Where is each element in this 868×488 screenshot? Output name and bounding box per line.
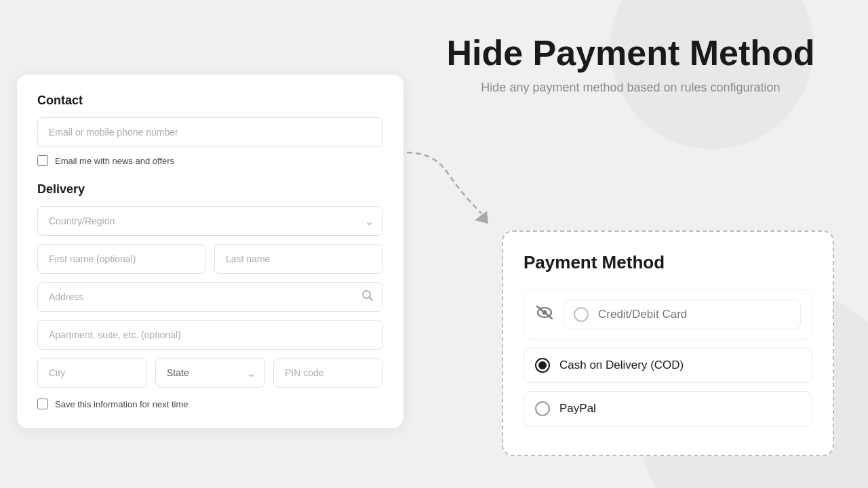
arrow-decoration (393, 146, 502, 234)
save-info-row: Save this information for next time (37, 399, 383, 409)
delivery-section: Delivery Country/Region ⌄ (37, 182, 383, 409)
country-select[interactable]: Country/Region (37, 206, 383, 236)
apartment-input[interactable] (37, 320, 383, 350)
newsletter-checkbox-row: Email me with news and offers (37, 155, 383, 166)
delivery-label: Delivery (37, 182, 383, 197)
payment-label-paypal: PayPal (559, 402, 596, 415)
hide-eye-icon (535, 305, 554, 324)
payment-label-cod: Cash on Delivery (COD) (559, 359, 684, 372)
save-info-checkbox[interactable] (37, 399, 48, 409)
first-name-input[interactable] (37, 244, 206, 274)
address-input[interactable] (37, 282, 383, 312)
last-name-input[interactable] (214, 244, 383, 274)
payment-method-box: Payment Method Credit/Debit Card Cash on… (502, 230, 834, 456)
address-wrapper (37, 282, 383, 312)
email-input[interactable] (37, 117, 383, 147)
page-title: Hide Payment Method (446, 34, 814, 73)
radio-credit[interactable] (574, 307, 589, 322)
newsletter-checkbox[interactable] (37, 155, 48, 166)
payment-option-credit[interactable]: Credit/Debit Card (524, 289, 812, 340)
state-select[interactable]: State (155, 358, 265, 388)
radio-cod[interactable] (535, 358, 550, 373)
payment-method-title: Payment Method (524, 252, 812, 273)
city-state-pin-row: State ⌄ (37, 358, 383, 388)
city-col (37, 358, 147, 388)
newsletter-label: Email me with news and offers (55, 156, 174, 166)
state-col: State ⌄ (155, 358, 265, 388)
name-row (37, 244, 383, 274)
payment-option-cod[interactable]: Cash on Delivery (COD) (524, 348, 812, 383)
checkout-form: Contact Email me with news and offers De… (17, 75, 403, 428)
radio-cod-inner (538, 361, 547, 369)
pin-input[interactable] (273, 358, 383, 388)
country-select-wrapper: Country/Region ⌄ (37, 206, 383, 236)
contact-label: Contact (37, 94, 383, 108)
radio-paypal[interactable] (535, 401, 550, 416)
payment-option-paypal[interactable]: PayPal (524, 391, 812, 426)
pin-col (273, 358, 383, 388)
payment-label-credit: Credit/Debit Card (598, 308, 687, 321)
save-info-label: Save this information for next time (55, 399, 189, 409)
city-input[interactable] (37, 358, 147, 388)
page-subtitle: Hide any payment method based on rules c… (481, 81, 780, 95)
